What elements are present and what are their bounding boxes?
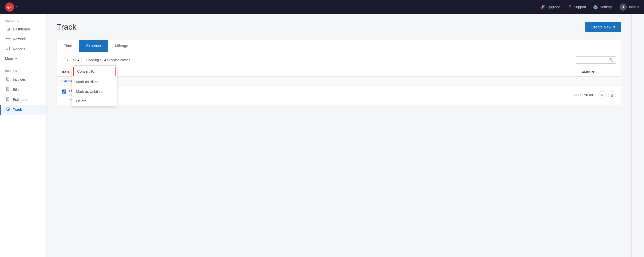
svg-point-1 — [6, 38, 7, 39]
support-button[interactable]: ❓ Support — [567, 5, 586, 10]
invoices-icon — [6, 77, 10, 82]
user-menu-button[interactable]: J John ▾ — [620, 4, 639, 11]
svg-rect-10 — [8, 48, 8, 50]
sidebar-item-label: Estimates — [13, 98, 28, 102]
sidebar-item-invoices[interactable]: Invoices — [0, 74, 46, 84]
sidebar-item-label: Bills — [13, 88, 19, 92]
table-header: Date Amount — [57, 68, 621, 77]
entry-actions: ✏ 🗑 — [598, 91, 616, 99]
bulk-actions-button[interactable]: ⚙ ▲ — [71, 57, 82, 63]
sidebar-item-label: Invoices — [13, 77, 26, 81]
entry-details: Elec Electricity bill… by John for Jane … — [69, 89, 574, 101]
entry-name: Elec — [69, 89, 574, 93]
showing-count: all 4 — [100, 58, 106, 62]
topnav-actions: 🚀 Upgrade ❓ Support ⚙️ Settings J John ▾ — [540, 4, 639, 11]
sidebar-more-label: More — [5, 57, 13, 61]
entry-checkbox[interactable] — [62, 90, 66, 94]
search-icon[interactable]: 🔍 — [609, 58, 614, 62]
sidebar-item-dashboard[interactable]: ⊞ Dashboard — [0, 24, 46, 34]
tab-time[interactable]: Time — [57, 40, 79, 52]
dropdown-item-convert[interactable]: Convert To… — [73, 67, 116, 76]
entry-group-today: TODAY Elec Electricity bill… by John for… — [57, 77, 621, 105]
sidebar-item-network[interactable]: Network — [0, 34, 46, 44]
entry-amount: USD 126.00 — [574, 93, 593, 97]
create-new-button[interactable]: Create New ▾ — [585, 22, 621, 32]
sidebar-item-bills[interactable]: Bills — [0, 84, 46, 95]
reports-icon — [6, 47, 10, 52]
settings-button[interactable]: ⚙️ Settings — [593, 5, 613, 10]
dropdown-menu: Convert To… Mark as Billed Mark as Unbil… — [72, 65, 117, 106]
avatar: J — [620, 4, 627, 11]
logo[interactable]: qnp — [5, 3, 14, 12]
dashboard-icon: ⊞ — [6, 27, 10, 31]
select-all-checkbox-wrapper: ▾ — [62, 58, 68, 62]
sidebar: GENERAL ⊞ Dashboard Network — [0, 14, 47, 257]
trash-icon: 🗑 — [610, 93, 614, 97]
tabs-bar: Time Expense Mileage — [57, 40, 621, 52]
general-section-label: GENERAL — [0, 19, 46, 24]
sidebar-item-label: Network — [13, 37, 26, 41]
content-card: Time Expense Mileage ▾ ⚙ ▲ — [57, 40, 621, 105]
sidebar-item-label: Track — [13, 108, 22, 112]
select-all-checkbox[interactable] — [62, 58, 66, 62]
track-icon — [6, 107, 10, 112]
help-icon: ❓ — [567, 5, 572, 10]
right-panel — [631, 14, 644, 257]
showing-text: Showing all 4 expense entries — [86, 58, 130, 62]
sidebar-item-track[interactable]: Track — [0, 105, 46, 115]
sidebar-item-label: Reports — [13, 47, 25, 51]
pencil-icon: ✏ — [600, 93, 603, 97]
svg-rect-11 — [9, 47, 10, 50]
svg-point-4 — [8, 40, 9, 40]
entry-desc: Electricity bill… — [69, 94, 574, 97]
svg-point-3 — [8, 37, 9, 37]
gear-icon: ⚙️ — [593, 5, 598, 10]
app-layout: GENERAL ⊞ Dashboard Network — [0, 14, 644, 257]
upgrade-button[interactable]: 🚀 Upgrade — [540, 5, 560, 10]
sidebar-divider — [0, 66, 46, 66]
dropdown-item-mark-billed[interactable]: Mark as Billed — [72, 77, 117, 87]
top-navigation: qnp ▾ 🚀 Upgrade ❓ Support ⚙️ Settings J … — [0, 0, 644, 14]
toolbar: ▾ ⚙ ▲ Showing all 4 expense entries 🔍 Co… — [57, 52, 621, 68]
bills-icon — [6, 87, 10, 92]
svg-point-0 — [8, 38, 9, 39]
bulk-chevron-icon: ▲ — [77, 59, 79, 61]
dropdown-item-delete[interactable]: Delete — [72, 96, 117, 106]
create-chevron-icon: ▾ — [613, 25, 615, 29]
network-icon — [6, 36, 10, 41]
svg-rect-9 — [6, 49, 7, 50]
dropdown-item-mark-unbilled[interactable]: Mark as Unbilled — [72, 87, 117, 96]
select-dropdown-chevron-icon[interactable]: ▾ — [67, 59, 68, 61]
rocket-icon: 🚀 — [540, 5, 545, 10]
main-content: Track Create New ▾ Time Expense Mileage — [47, 14, 631, 257]
delete-button[interactable]: 🗑 — [608, 91, 616, 99]
tab-expense[interactable]: Expense — [79, 40, 108, 52]
svg-point-27 — [8, 109, 8, 109]
col-amount-header: Amount — [582, 70, 616, 74]
page-title: Track — [57, 22, 76, 32]
logo-area: qnp ▾ — [5, 3, 18, 12]
tab-mileage[interactable]: Mileage — [108, 40, 135, 52]
entry-group-label: TODAY — [57, 77, 621, 85]
table-row: Elec Electricity bill… by John for Jane … — [57, 85, 621, 105]
sidebar-item-label: Dashboard — [13, 27, 30, 31]
page-header: Track Create New ▾ — [57, 22, 621, 32]
entry-checkbox-wrapper — [62, 90, 66, 95]
sidebar-more-button[interactable]: More ▾ — [0, 54, 46, 63]
edit-button[interactable]: ✏ — [598, 91, 606, 99]
gear-bulk-icon: ⚙ — [73, 58, 76, 62]
billing-section-label: BILLING — [0, 69, 46, 74]
sidebar-item-reports[interactable]: Reports — [0, 44, 46, 54]
svg-point-2 — [9, 38, 10, 39]
more-chevron-icon: ▾ — [15, 57, 17, 60]
logo-chevron-icon[interactable]: ▾ — [16, 5, 18, 9]
user-chevron-icon: ▾ — [637, 5, 639, 9]
entry-by: by John for Jane Doe — [69, 98, 574, 101]
estimates-icon — [6, 97, 10, 102]
sidebar-item-estimates[interactable]: Estimates — [0, 95, 46, 105]
